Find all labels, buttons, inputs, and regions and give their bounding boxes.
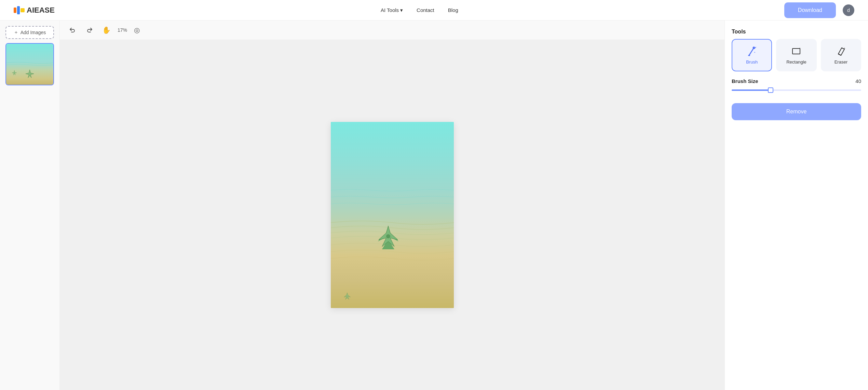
plus-icon: ＋ <box>14 29 18 36</box>
user-avatar[interactable]: d <box>843 4 854 16</box>
redo-icon <box>86 27 93 33</box>
nav-contact[interactable]: Contact <box>417 7 434 13</box>
logo[interactable]: AIEASE <box>14 6 55 15</box>
navbar: AIEASE AI Tools ▾ Contact Blog Download … <box>0 0 868 20</box>
svg-rect-4 <box>331 122 454 308</box>
rectangle-icon: + <box>791 46 802 57</box>
thumbnail-item[interactable] <box>5 43 54 85</box>
undo-icon <box>69 27 76 33</box>
canvas-content[interactable] <box>60 40 724 390</box>
eraser-label: Eraser <box>835 59 847 65</box>
brush-label: Brush <box>746 59 758 65</box>
svg-line-14 <box>838 54 841 55</box>
svg-text:+: + <box>844 47 845 50</box>
add-images-button[interactable]: ＋ Add Images <box>5 26 54 39</box>
brush-size-section: Brush Size 40 <box>732 78 861 94</box>
remove-button[interactable]: Remove <box>732 103 861 120</box>
svg-text:+: + <box>799 47 801 50</box>
zoom-level: 17% <box>118 27 127 33</box>
image-preview <box>331 122 454 308</box>
svg-rect-1 <box>17 6 20 14</box>
brush-icon: + <box>746 46 757 57</box>
nav-ai-tools[interactable]: AI Tools ▾ <box>381 7 403 13</box>
right-panel: Tools + Brush <box>724 20 868 390</box>
logo-text: AIEASE <box>27 6 55 15</box>
rectangle-label: Rectangle <box>786 59 806 65</box>
eraser-icon: + <box>836 46 846 57</box>
undo-button[interactable] <box>67 25 78 36</box>
svg-rect-0 <box>14 8 16 13</box>
redo-button[interactable] <box>84 25 95 36</box>
sidebar: ＋ Add Images <box>0 20 60 390</box>
brush-size-label: Brush Size <box>732 78 758 84</box>
nav-center: AI Tools ▾ Contact Blog <box>381 7 458 13</box>
canvas-area: ✋ 17% ◎ <box>60 20 724 390</box>
tools-section: Tools + Brush <box>732 29 861 71</box>
svg-point-6 <box>386 234 390 238</box>
nav-right: Download d <box>784 2 854 18</box>
chevron-down-icon: ▾ <box>400 7 403 13</box>
tools-title: Tools <box>732 29 861 35</box>
canvas-toolbar: ✋ 17% ◎ <box>60 20 724 40</box>
tool-brush[interactable]: + Brush <box>732 39 772 71</box>
svg-text:+: + <box>754 51 756 54</box>
download-button[interactable]: Download <box>784 2 836 18</box>
thumbnail-image <box>6 44 53 85</box>
svg-line-8 <box>749 48 754 55</box>
tools-grid: + Brush + Rectangle <box>732 39 861 71</box>
hand-tool-icon[interactable]: ✋ <box>102 26 111 34</box>
crosshair-icon[interactable]: ◎ <box>134 26 140 34</box>
main-image <box>331 122 454 308</box>
main-layout: ＋ Add Images <box>0 20 868 390</box>
tool-eraser[interactable]: + Eraser <box>821 39 861 71</box>
brush-size-value: 40 <box>855 78 861 84</box>
nav-blog[interactable]: Blog <box>448 7 458 13</box>
logo-icon <box>14 6 25 14</box>
svg-rect-2 <box>21 8 25 12</box>
tool-rectangle[interactable]: + Rectangle <box>776 39 816 71</box>
